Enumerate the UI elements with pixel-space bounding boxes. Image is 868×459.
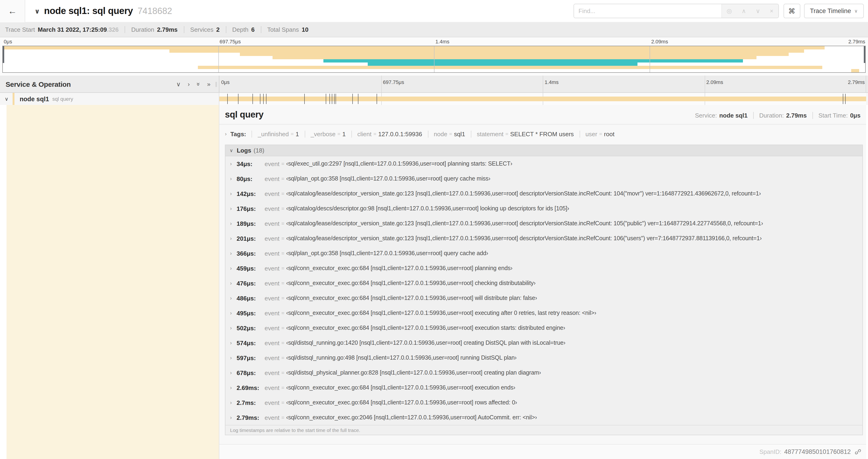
log-timestamp: 476μs:: [237, 280, 265, 287]
log-entry[interactable]: › 597μs: event = ‹sql/distsql_running.go…: [225, 350, 862, 365]
span-name-cell[interactable]: ∨ node sql1 sql query: [0, 93, 219, 105]
view-selector[interactable]: Trace Timeline ∨: [804, 4, 864, 18]
log-entry[interactable]: › 2.69ms: event = ‹sql/conn_executor_exe…: [225, 380, 862, 395]
timeline-ruler: 0μs 697.75μs 1.4ms 2.09ms 2.79ms: [219, 75, 866, 92]
tag-item: user = root: [579, 130, 614, 137]
log-entry[interactable]: › 366μs: event = ‹sql/plan_opt.go:358 [n…: [225, 246, 862, 261]
collapse-controls: ∨ › » »: [176, 81, 219, 87]
chevron-right-icon: ›: [230, 280, 237, 286]
minimap-span-bar: [851, 69, 859, 72]
span-color-bar: [12, 93, 14, 105]
log-entry[interactable]: › 495μs: event = ‹sql/conn_executor_exec…: [225, 305, 862, 321]
span-detail-header: sql query Service: node sql1 Duration: 2…: [219, 105, 866, 125]
collapse-one-icon[interactable]: ∨: [176, 81, 181, 87]
clear-find-icon[interactable]: ×: [770, 7, 773, 14]
span-collapse-icon[interactable]: ∨: [5, 96, 8, 102]
log-entry[interactable]: › 574μs: event = ‹sql/distsql_running.go…: [225, 335, 862, 350]
log-field-key: event: [265, 354, 280, 361]
summary-value: March 31 2022, 17:25:09: [38, 26, 107, 33]
log-timestamp: 2.79ms:: [237, 414, 265, 421]
tags-accordian[interactable]: › Tags: _unfinished = 1 _verbose = 1: [225, 128, 861, 140]
log-timestamp: 189μs:: [237, 220, 265, 227]
log-entry[interactable]: › 80μs: event = ‹sql/plan_opt.go:358 [ns…: [225, 171, 862, 186]
expand-one-icon[interactable]: ›: [188, 81, 190, 87]
minimap-canvas[interactable]: [2, 46, 866, 73]
keyboard-shortcuts-button[interactable]: ⌘: [783, 4, 800, 18]
log-entry[interactable]: › 176μs: event = ‹sql/catalog/descs/desc…: [225, 201, 862, 216]
log-entry[interactable]: › 502μs: event = ‹sql/conn_executor_exec…: [225, 321, 862, 335]
chevron-right-icon: ›: [230, 310, 237, 316]
column-resizer[interactable]: ∥: [215, 81, 217, 87]
tag-value: SELECT * FROM users: [510, 130, 574, 137]
span-duration-bar[interactable]: [219, 97, 866, 101]
tag-item: _unfinished = 1: [252, 130, 299, 137]
span-timeline-cell[interactable]: [219, 93, 866, 105]
minimap-right-handle[interactable]: [864, 46, 865, 63]
prev-match-icon[interactable]: ∧: [742, 7, 746, 14]
chevron-right-icon: ›: [225, 131, 226, 137]
minimap-tick-label: 697.75μs: [220, 39, 241, 44]
deep-link-icon[interactable]: [855, 448, 862, 455]
span-meta-value: node sql1: [719, 112, 747, 119]
minimap-left-handle[interactable]: [3, 46, 4, 63]
tag-key: _unfinished: [258, 130, 289, 137]
collapse-header-icon[interactable]: ∨: [34, 7, 40, 15]
log-entry[interactable]: › 486μs: event = ‹sql/conn_executor_exec…: [225, 291, 862, 305]
log-timestamp: 597μs:: [237, 354, 265, 361]
summary-value: 2: [216, 26, 220, 33]
log-tick-marker: [260, 94, 260, 104]
summary-value: 10: [302, 26, 308, 33]
log-entry[interactable]: › 189μs: event = ‹sql/catalog/lease/desc…: [225, 216, 862, 231]
summary-label: Services: [190, 26, 214, 33]
log-entry[interactable]: › 678μs: event = ‹sql/distsql_physical_p…: [225, 365, 862, 380]
log-entry[interactable]: › 142μs: event = ‹sql/catalog/lease/desc…: [225, 186, 862, 201]
ruler-tick-label: 2.09ms: [706, 79, 723, 85]
summary-label: Total Spans: [267, 26, 299, 33]
detail-row-indent-block: [6, 105, 219, 459]
collapse-all-icon[interactable]: »: [195, 82, 202, 86]
log-field-key: event: [265, 309, 280, 317]
log-field-key: event: [265, 414, 280, 421]
log-field-key: event: [265, 235, 280, 242]
find-controls: ◎ ∧ ∨ ×: [721, 4, 778, 18]
tag-item: statement = SELECT * FROM users: [471, 130, 574, 137]
service-operation-title: Service & Operation: [6, 80, 71, 88]
log-entry[interactable]: › 459μs: event = ‹sql/conn_executor_exec…: [225, 261, 862, 276]
span-row[interactable]: ∨ node sql1 sql query: [0, 93, 868, 105]
log-entry[interactable]: › 34μs: event = ‹sql/exec_util.go:2297 […: [225, 156, 862, 171]
log-entry[interactable]: › 201μs: event = ‹sql/catalog/lease/desc…: [225, 231, 862, 246]
log-field-value: ‹sql/plan_opt.go:358 [nsql1,client=127.0…: [286, 250, 488, 257]
tag-key: user: [585, 130, 597, 137]
find-group: ◎ ∧ ∨ ×: [573, 4, 779, 18]
log-field-value: ‹sql/plan_opt.go:358 [nsql1,client=127.0…: [286, 175, 491, 182]
minimap-gridline: [434, 46, 434, 72]
trace-page: ← ∨ node sql1: sql query 7418682 ◎ ∧ ∨ ×…: [0, 0, 868, 459]
log-entry[interactable]: › 2.79ms: event = ‹sql/conn_executor_exe…: [225, 410, 862, 425]
log-field-value: ‹sql/catalog/lease/descriptor_version_st…: [286, 190, 761, 197]
summary-item: Total Spans 10: [260, 26, 308, 33]
summary-label: Trace Start: [5, 26, 35, 33]
tag-value: sql1: [454, 130, 465, 137]
expand-all-icon[interactable]: »: [207, 81, 211, 87]
back-button[interactable]: ←: [0, 0, 25, 22]
log-tick-marker: [330, 94, 330, 104]
log-field-value: ‹sql/conn_executor_exec.go:684 [nsql1,cl…: [286, 325, 565, 331]
summary-label: Duration: [131, 26, 154, 33]
log-field-key: event: [265, 250, 280, 257]
tag-value: 1: [296, 130, 299, 137]
log-timestamp: 574μs:: [237, 339, 265, 346]
log-tick-marker: [263, 94, 264, 104]
minimap-span-bar: [198, 66, 822, 69]
ruler-gridline: [705, 75, 705, 92]
span-id-value: 4877749850101760812: [784, 448, 851, 455]
minimap-gridline: [218, 46, 219, 72]
locate-icon[interactable]: ◎: [726, 7, 732, 14]
next-match-icon[interactable]: ∨: [756, 7, 760, 14]
log-entry[interactable]: › 476μs: event = ‹sql/conn_executor_exec…: [225, 276, 862, 291]
log-entry[interactable]: › 2.7ms: event = ‹sql/conn_executor_exec…: [225, 395, 862, 410]
find-input[interactable]: [574, 4, 721, 18]
log-field-key: event: [265, 160, 280, 167]
logs-header[interactable]: ∨ Logs (18): [225, 145, 862, 156]
summary-item: Services 2: [184, 26, 220, 33]
chevron-right-icon: ›: [230, 161, 237, 167]
